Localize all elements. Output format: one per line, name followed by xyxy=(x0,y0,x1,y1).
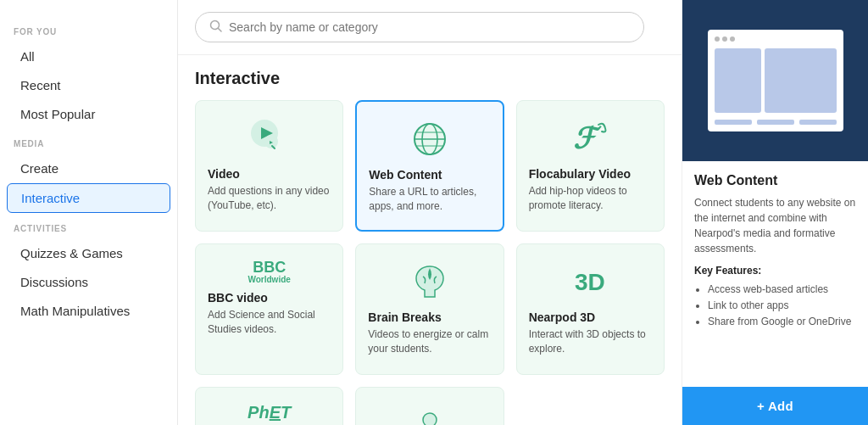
card-video[interactable]: Video Add questions in any video (YouTub… xyxy=(195,100,343,232)
panel-feature-3: Share from Google or OneDrive xyxy=(708,314,856,330)
card-brain-breaks[interactable]: Brain Breaks Videos to energize or calm … xyxy=(355,243,504,375)
card-bbc-desc: Add Science and Social Studies videos. xyxy=(208,308,331,337)
mock-bar-1 xyxy=(715,120,752,125)
card-nearpod-3d-title: Nearpod 3D xyxy=(529,310,596,324)
mock-bottom-bars xyxy=(715,120,837,125)
card-phet[interactable]: PhET PhET xyxy=(195,387,343,425)
sidebar: FOR YOU All Recent Most Popular MEDIA Cr… xyxy=(0,0,178,425)
activities-label: ACTIVITIES xyxy=(0,214,177,238)
svg-point-13 xyxy=(423,413,437,425)
mock-right xyxy=(765,48,837,113)
card-phet-icon: PhET xyxy=(208,403,331,422)
card-brain-breaks-title: Brain Breaks xyxy=(368,310,441,324)
card-web-content-desc: Share a URL to articles, apps, and more. xyxy=(369,185,490,214)
card-web-content-icon xyxy=(369,117,490,161)
card-bbc-title: BBC video xyxy=(208,291,268,305)
sidebar-item-discussions[interactable]: Discussions xyxy=(7,268,170,296)
card-flocabulary[interactable]: ℱ Flocabulary Video Add hip-hop videos t… xyxy=(516,100,665,232)
mock-dot-3 xyxy=(730,36,735,42)
card-flocabulary-desc: Add hip-hop videos to promote literacy. xyxy=(529,184,652,213)
mock-bar-2 xyxy=(757,120,794,125)
mock-left xyxy=(715,48,761,113)
svg-line-1 xyxy=(219,29,222,32)
section-title: Interactive xyxy=(195,69,665,88)
mock-content xyxy=(715,48,837,113)
panel-feature-2: Link to other apps xyxy=(708,298,856,314)
add-button[interactable]: + Add xyxy=(682,387,868,425)
sidebar-item-recent[interactable]: Recent xyxy=(7,71,170,99)
card-bbc-icon: BBC Worldwide xyxy=(208,260,331,284)
preview-mockup xyxy=(708,30,843,131)
card-video-title: Video xyxy=(208,167,240,181)
card-flocabulary-title: Flocabulary Video xyxy=(529,167,631,181)
card-nearpod-3d-icon: 3D xyxy=(529,260,652,304)
search-bar xyxy=(195,12,644,42)
card-brain-breaks-icon xyxy=(368,260,491,304)
mock-dot-1 xyxy=(715,36,720,42)
sidebar-item-interactive[interactable]: Interactive xyxy=(7,183,170,213)
card-nearpod-3d[interactable]: 3D Nearpod 3D Interact with 3D objects t… xyxy=(516,243,665,375)
card-web-content-title: Web Content xyxy=(369,168,442,182)
panel-features-list: Access web-based articles Link to other … xyxy=(694,282,856,331)
panel-preview xyxy=(682,0,868,161)
for-you-label: FOR YOU xyxy=(0,17,177,42)
sidebar-item-all[interactable]: All xyxy=(7,42,170,70)
main-content: Interactive Video Add questions in any v… xyxy=(178,0,682,425)
sidebar-item-math-manipulatives[interactable]: Math Manipulatives xyxy=(7,297,170,325)
right-panel: Web Content Connect students to any webs… xyxy=(682,0,868,425)
panel-desc: Connect students to any website on the i… xyxy=(694,195,856,256)
panel-features-title: Key Features: xyxy=(694,265,856,277)
card-nearpod-3d-desc: Interact with 3D objects to explore. xyxy=(529,327,652,356)
card-flocabulary-icon: ℱ xyxy=(529,116,652,160)
content-area: Interactive Video Add questions in any v… xyxy=(178,55,682,425)
card-brain-breaks-desc: Videos to energize or calm your students… xyxy=(368,327,491,356)
svg-text:ℱ: ℱ xyxy=(573,123,602,154)
card-nearpod-vr[interactable]: nearpod Nearpod VR xyxy=(355,387,504,425)
search-bar-container xyxy=(178,0,682,55)
card-video-desc: Add questions in any video (YouTube, etc… xyxy=(208,184,331,213)
cards-grid: Video Add questions in any video (YouTub… xyxy=(195,100,665,425)
card-web-content[interactable]: Web Content Share a URL to articles, app… xyxy=(355,100,504,232)
mock-bar-3 xyxy=(799,120,837,125)
card-bbc-video[interactable]: BBC Worldwide BBC video Add Science and … xyxy=(195,243,343,375)
card-video-icon xyxy=(208,116,331,160)
sidebar-item-create[interactable]: Create xyxy=(7,154,170,182)
mock-dots xyxy=(715,36,837,42)
panel-feature-1: Access web-based articles xyxy=(708,282,856,298)
media-label: MEDIA xyxy=(0,129,177,154)
panel-title: Web Content xyxy=(694,173,856,188)
sidebar-item-quizzes-games[interactable]: Quizzes & Games xyxy=(7,239,170,267)
svg-text:3D: 3D xyxy=(575,269,605,295)
search-input[interactable] xyxy=(229,20,630,34)
mock-dot-2 xyxy=(722,36,727,42)
search-icon xyxy=(209,20,222,35)
card-nearpod-vr-icon: nearpod xyxy=(368,403,491,425)
panel-info: Web Content Connect students to any webs… xyxy=(682,161,868,387)
sidebar-item-most-popular[interactable]: Most Popular xyxy=(7,100,170,128)
